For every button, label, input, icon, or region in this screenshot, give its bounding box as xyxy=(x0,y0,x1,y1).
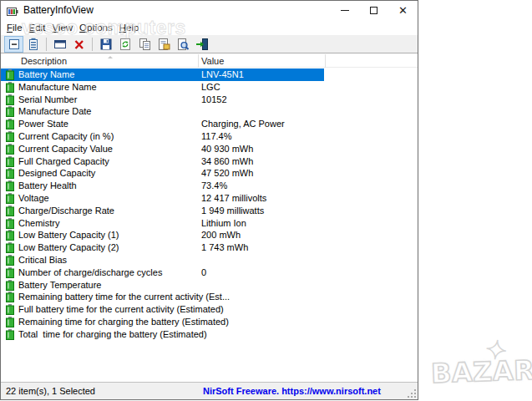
list-row[interactable]: Current Capacity (in %)117.4% xyxy=(1,130,418,143)
list-row[interactable]: Designed Capacity47 520 mWh xyxy=(1,167,418,180)
list-row[interactable]: Power StateCharging, AC Power xyxy=(1,118,418,130)
battery-icon xyxy=(6,82,14,94)
row-description: Low Battery Capacity (2) xyxy=(18,242,119,252)
battery-icon xyxy=(6,94,14,107)
battery-icon xyxy=(6,131,14,144)
close-icon: ✕ xyxy=(398,5,408,16)
list-row[interactable]: Battery NameLNV-45N1 xyxy=(1,69,324,81)
title-bar[interactable]: BatteryInfoView ✕ xyxy=(1,1,418,19)
row-description: Number of charge/discharge cycles xyxy=(18,267,162,277)
toolbar-separator xyxy=(92,38,93,51)
row-value: 73.4% xyxy=(201,180,227,190)
row-description: Battery Temperature xyxy=(18,280,101,290)
status-bar: 22 item(s), 1 Selected NirSoft Freeware.… xyxy=(1,382,418,399)
list-row[interactable]: Low Battery Capacity (2)1 743 mWh xyxy=(1,241,418,254)
row-value: Lithium Ion xyxy=(201,218,246,228)
row-description: Serial Number xyxy=(18,94,77,104)
list-row[interactable]: Full Charged Capacity34 860 mWh xyxy=(1,155,418,168)
battery-icon xyxy=(6,292,14,304)
column-header-description[interactable]: Description xyxy=(21,56,67,66)
row-value: LNV-45N1 xyxy=(201,69,244,79)
menu-item-help[interactable]: Help xyxy=(116,21,143,34)
minimize-icon xyxy=(341,10,349,11)
row-description: Total time for charging the battery (Est… xyxy=(18,329,207,339)
battery-icon xyxy=(6,144,14,156)
status-nirsoft-link[interactable]: NirSoft Freeware. https://www.nirsoft.ne… xyxy=(203,386,381,396)
properties-button[interactable] xyxy=(154,36,173,53)
refresh-button[interactable] xyxy=(115,36,134,53)
row-value: 12 417 millivolts xyxy=(201,193,266,203)
column-divider[interactable] xyxy=(325,54,326,68)
list-row[interactable]: Charge/Discharge Rate1 949 milliwatts xyxy=(1,205,418,217)
row-value: 1 743 mWh xyxy=(201,242,248,252)
menu-bar: FileEditViewOptionsHelp xyxy=(1,19,418,35)
battery-log-view-button[interactable] xyxy=(23,36,43,53)
list-header: Description Value xyxy=(1,54,418,68)
list-row[interactable]: Current Capacity Value40 930 mWh xyxy=(1,143,418,155)
properties-window-button[interactable] xyxy=(50,36,69,53)
bazar-logo: BAZAR xyxy=(430,354,532,389)
toolbar-separator xyxy=(46,38,47,51)
list-row[interactable]: Voltage12 417 millivolts xyxy=(1,192,418,205)
menu-item-edit[interactable]: Edit xyxy=(26,21,49,34)
battery-icon xyxy=(6,106,14,119)
row-description: Chemistry xyxy=(18,218,60,228)
minimize-button[interactable] xyxy=(330,1,359,19)
exit-button[interactable] xyxy=(192,36,211,53)
save-button[interactable] xyxy=(96,36,115,53)
battery-icon xyxy=(6,267,14,280)
row-description: Current Capacity (in %) xyxy=(18,131,114,141)
list-row[interactable]: Number of charge/discharge cycles0 xyxy=(1,266,418,279)
close-button[interactable]: ✕ xyxy=(388,1,418,19)
menu-item-options[interactable]: Options xyxy=(76,21,116,34)
row-description: Power State xyxy=(18,119,68,129)
resize-grip[interactable] xyxy=(406,388,416,398)
list-row[interactable]: Manufacture Date xyxy=(1,105,418,118)
column-header-value[interactable]: Value xyxy=(201,56,224,66)
list-row[interactable]: Total time for charging the battery (Est… xyxy=(1,328,418,341)
row-description: Battery Name xyxy=(18,69,74,79)
list-row[interactable]: Remaining battery time for the current a… xyxy=(1,291,418,303)
row-description: Voltage xyxy=(18,193,49,203)
list-row[interactable]: Remaining time for charging the battery … xyxy=(1,316,418,328)
list-row[interactable]: Serial Number10152 xyxy=(1,94,418,106)
list-row[interactable]: Critical Bias xyxy=(1,254,418,266)
row-description: Low Battery Capacity (1) xyxy=(18,230,119,240)
list-row[interactable]: ChemistryLithium Ion xyxy=(1,217,418,230)
battery-log-view-icon xyxy=(27,38,40,51)
status-items-count: 22 item(s), 1 Selected xyxy=(6,386,95,396)
row-description: Battery Health xyxy=(18,180,77,190)
properties-window-icon xyxy=(53,38,67,51)
battery-icon xyxy=(6,119,14,131)
copy-icon xyxy=(138,38,151,51)
menu-item-file[interactable]: File xyxy=(3,21,26,34)
row-description: Current Capacity Value xyxy=(18,144,113,154)
row-description: Charge/Discharge Rate xyxy=(18,206,114,216)
column-divider[interactable] xyxy=(198,54,199,68)
row-value: 10152 xyxy=(201,94,227,104)
row-description: Critical Bias xyxy=(18,255,67,265)
menu-item-view[interactable]: View xyxy=(48,21,76,34)
list-row[interactable]: Low Battery Capacity (1)200 mWh xyxy=(1,229,418,241)
row-value: 1 949 milliwatts xyxy=(201,206,264,216)
battery-icon xyxy=(6,329,14,342)
row-value: 200 mWh xyxy=(201,230,241,240)
battery-icon xyxy=(6,242,14,255)
refresh-icon xyxy=(119,38,132,51)
battery-icon xyxy=(6,255,14,267)
sort-ascending-icon xyxy=(108,56,113,58)
list-row[interactable]: Manufacture NameLGC xyxy=(1,81,418,94)
general-info-view-button[interactable] xyxy=(4,36,23,53)
battery-icon xyxy=(6,156,14,169)
find-button[interactable] xyxy=(173,36,192,53)
maximize-button[interactable] xyxy=(359,1,388,19)
list-row[interactable]: Battery Temperature xyxy=(1,279,418,292)
battery-icon xyxy=(6,304,14,317)
battery-icon xyxy=(6,180,14,193)
row-value: 117.4% xyxy=(201,131,232,141)
copy-button[interactable] xyxy=(134,36,154,53)
row-value: 0 xyxy=(201,267,206,277)
delete-button[interactable] xyxy=(69,36,89,53)
list-row[interactable]: Battery Health73.4% xyxy=(1,180,418,192)
list-row[interactable]: Full battery time for the current activi… xyxy=(1,303,418,316)
